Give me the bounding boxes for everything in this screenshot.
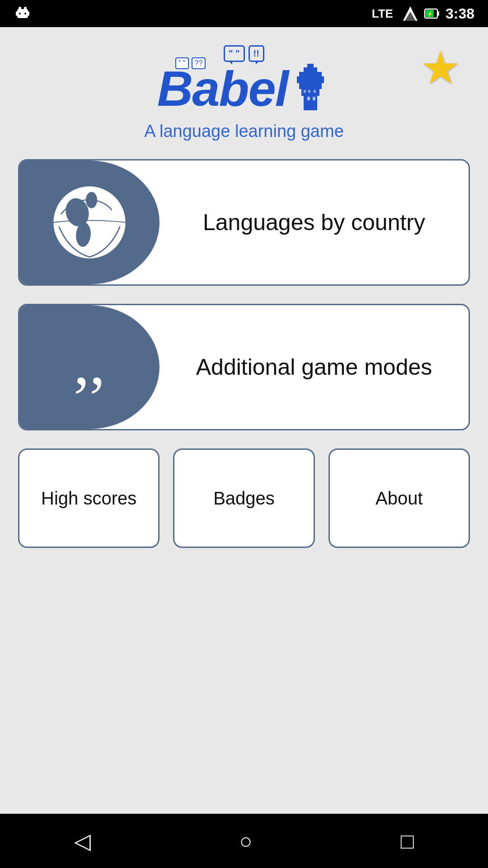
status-time: 3:38 (446, 5, 474, 22)
about-label: About (375, 488, 423, 509)
svg-point-6 (24, 13, 26, 14)
navigation-bar: ◁ ○ □ (0, 814, 488, 868)
main-buttons: Languages by country ,, Additional game … (18, 159, 470, 430)
additional-game-modes-button[interactable]: ,, Additional game modes (18, 304, 470, 430)
svg-rect-3 (16, 11, 18, 16)
quote-marks-icon: ,, (74, 337, 105, 397)
svg-rect-4 (28, 11, 29, 16)
status-bar-left (14, 5, 32, 23)
tower-icon (290, 63, 331, 113)
star-icon: ★ (420, 42, 461, 93)
status-bar: LTE ⚡ 3:38 (0, 0, 488, 27)
high-scores-label: High scores (41, 488, 136, 509)
status-icons: LTE ⚡ 3:38 (372, 5, 474, 22)
badges-label: Badges (213, 488, 275, 509)
globe-icon-container (19, 160, 160, 284)
svg-point-1 (19, 7, 21, 9)
signal-icon (402, 5, 418, 22)
high-scores-button[interactable]: High scores (18, 448, 160, 548)
svg-rect-21 (313, 97, 315, 100)
back-button[interactable]: ◁ (74, 828, 91, 854)
header: " " !! " " (18, 45, 470, 141)
about-button[interactable]: About (328, 448, 470, 548)
svg-rect-19 (307, 64, 314, 69)
android-icon (14, 5, 32, 23)
logo-container: " " !! " " (144, 45, 344, 141)
svg-rect-24 (314, 90, 316, 93)
bubble2-text: !! (253, 48, 259, 58)
bubble1-text: " " (229, 48, 240, 58)
bottom-buttons: High scores Badges About (18, 448, 470, 548)
battery-icon: ⚡ (424, 5, 440, 22)
svg-text:⚡: ⚡ (426, 10, 433, 17)
svg-rect-23 (308, 90, 310, 93)
logo-title-row: " " ?? Babel (157, 60, 331, 117)
svg-point-2 (24, 7, 27, 9)
svg-point-5 (19, 13, 21, 14)
home-button[interactable]: ○ (239, 829, 252, 854)
app-content: " " !! " " (0, 27, 488, 814)
inner-bubble1: " " (178, 59, 186, 67)
quote-icon-container: ,, (19, 305, 160, 429)
lte-label: LTE (372, 7, 393, 21)
svg-rect-20 (307, 97, 310, 100)
app-subtitle: A language learning game (144, 122, 344, 141)
svg-rect-22 (304, 90, 306, 93)
languages-by-country-button[interactable]: Languages by country (18, 159, 470, 286)
badges-button[interactable]: Badges (173, 448, 314, 548)
additional-game-modes-label: Additional game modes (160, 305, 469, 429)
inner-bubble2: ?? (195, 59, 203, 67)
svg-rect-10 (437, 11, 439, 16)
star-button[interactable]: ★ (420, 45, 461, 90)
globe-svg (49, 182, 130, 263)
languages-by-country-label: Languages by country (160, 160, 469, 284)
svg-rect-0 (17, 9, 28, 18)
recent-apps-button[interactable]: □ (401, 829, 414, 854)
